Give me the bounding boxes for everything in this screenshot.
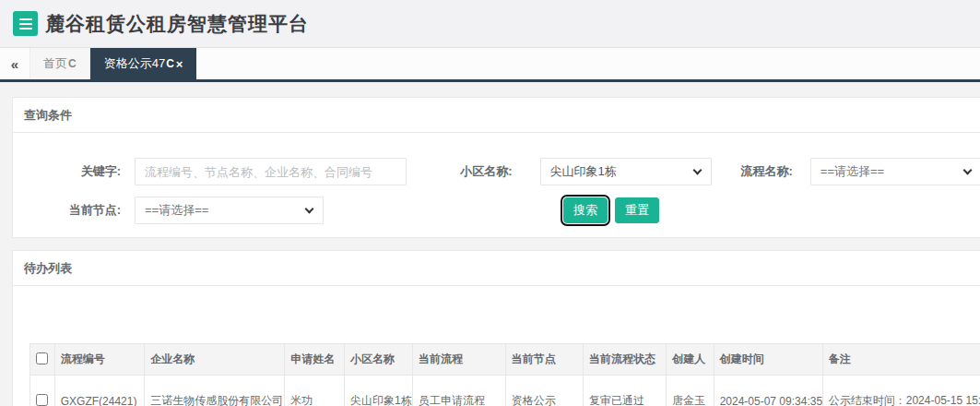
community-label: 小区名称:: [407, 163, 513, 180]
query-panel-title: 查询条件: [13, 98, 980, 133]
tab-home[interactable]: 首页C: [30, 48, 90, 79]
table-spacer: [30, 286, 965, 343]
select-all-checkbox[interactable]: [36, 352, 48, 364]
col-process-status: 当前流程状态: [583, 344, 666, 376]
col-remark: 备注: [822, 344, 980, 376]
col-applicant: 申请姓名: [285, 344, 345, 376]
col-company: 企业名称: [145, 344, 285, 376]
refresh-icon[interactable]: C: [68, 57, 77, 70]
community-select[interactable]: 尖山印象1栋: [540, 158, 712, 185]
process-name-label: 流程名称:: [712, 163, 793, 180]
current-node-select-value: ==请选择==: [145, 203, 208, 217]
chevron-down-icon: [305, 205, 314, 214]
tab-qualification-publicity[interactable]: 资格公示47C×: [90, 48, 197, 79]
query-form-row-1: 关键字: 小区名称: 尖山印象1栋 流程名称: ==请选择==: [13, 158, 980, 185]
refresh-icon[interactable]: C: [166, 57, 174, 70]
col-community: 小区名称: [345, 344, 413, 376]
collapse-tabs-icon[interactable]: «: [0, 48, 30, 79]
tab-home-label: 首页: [43, 55, 67, 72]
todo-list-body: 流程编号 企业名称 申请姓名 小区名称 当前流程 当前节点 当前流程状态 创建人…: [13, 286, 980, 406]
todo-panel: 待办列表 流程编号 企业名称 申请姓名 小区名称 当前流程 当前节点 当前流程状: [12, 250, 980, 406]
todo-panel-title: 待办列表: [13, 251, 980, 286]
process-name-select[interactable]: ==请选择==: [810, 158, 980, 185]
col-create-time: 创建时间: [714, 344, 822, 376]
app-root: { "app": { "title": "麓谷租赁公租房智慧管理平台" }, "…: [0, 0, 980, 406]
community-select-value: 尖山印象1栋: [550, 164, 617, 178]
query-form-row-2: 当前节点: ==请选择== 搜索 重置: [13, 197, 980, 224]
cell-community: 尖山印象1栋: [345, 376, 413, 406]
current-node-select[interactable]: ==请选择==: [135, 197, 324, 224]
close-icon[interactable]: ×: [176, 57, 183, 71]
cell-creator: 唐金玉: [667, 376, 714, 406]
cell-process-id: GXGZF(24421): [54, 376, 145, 406]
todo-table: 流程编号 企业名称 申请姓名 小区名称 当前流程 当前节点 当前流程状态 创建人…: [30, 343, 980, 406]
cell-applicant: 米功: [285, 376, 345, 406]
col-current-node: 当前节点: [505, 344, 583, 376]
cell-process-status: 复审已通过: [583, 376, 666, 406]
query-panel: 查询条件 关键字: 小区名称: 尖山印象1栋 流程名称: ==请选择== 当前节…: [12, 97, 980, 238]
table-row: GXGZF(24421) 三诺生物传感股份有限公司 米功 尖山印象1栋 员工申请…: [30, 376, 980, 406]
keyword-label: 关键字:: [13, 163, 121, 180]
table-header-row: 流程编号 企业名称 申请姓名 小区名称 当前流程 当前节点 当前流程状态 创建人…: [30, 344, 980, 376]
col-creator: 创建人: [667, 344, 714, 376]
cell-create-time: 2024-05-07 09:34:35: [714, 376, 822, 406]
cell-company: 三诺生物传感股份有限公司: [145, 376, 285, 406]
query-buttons: 搜索 重置: [563, 197, 659, 223]
col-process-id: 流程编号: [54, 344, 145, 376]
tab-qualification-label: 资格公示47: [104, 55, 165, 72]
cell-current-node: 资格公示: [505, 376, 583, 406]
tab-bar: « 首页C 资格公示47C×: [0, 48, 980, 82]
cell-current-process: 员工申请流程: [412, 376, 505, 406]
process-name-select-value: ==请选择==: [821, 164, 884, 178]
col-current-process: 当前流程: [412, 344, 505, 376]
page-title: 麓谷租赁公租房智慧管理平台: [45, 11, 309, 37]
chevron-down-icon: [692, 166, 702, 175]
reset-button[interactable]: 重置: [615, 197, 659, 223]
row-checkbox[interactable]: [36, 394, 48, 406]
hamburger-menu-icon[interactable]: [13, 11, 38, 36]
cell-remark: 公示结束时间：2024-05-15 15:23:29: [822, 376, 980, 406]
current-node-label: 当前节点:: [13, 202, 121, 219]
query-form: 关键字: 小区名称: 尖山印象1栋 流程名称: ==请选择== 当前节点: ==…: [13, 133, 980, 237]
keyword-input[interactable]: [135, 158, 407, 185]
top-header: 麓谷租赁公租房智慧管理平台: [0, 0, 980, 48]
search-button[interactable]: 搜索: [563, 197, 608, 223]
chevron-down-icon: [963, 166, 973, 175]
